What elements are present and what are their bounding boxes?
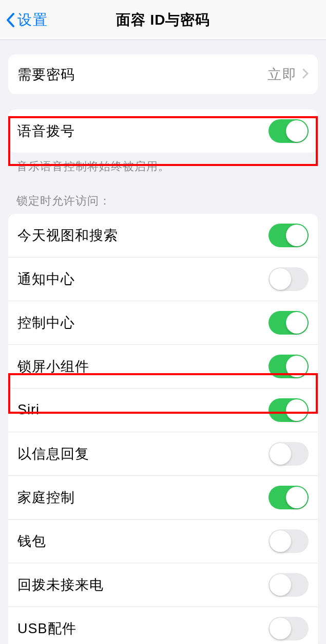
back-label: 设置 — [17, 10, 48, 30]
voice-dial-label: 语音拨号 — [17, 122, 75, 140]
allow-access-cell: 控制中心 — [8, 301, 318, 345]
allow-access-toggle[interactable] — [269, 486, 309, 509]
allow-access-label: 锁屏小组件 — [17, 357, 89, 376]
passcode-group: 需要密码 立即 — [8, 54, 318, 94]
voice-dial-cell: 语音拨号 — [8, 109, 318, 153]
allow-access-label: 钱包 — [17, 532, 46, 550]
allow-access-label: 以信息回复 — [17, 445, 89, 463]
require-passcode-value: 立即 — [267, 65, 297, 84]
voice-dial-footer: 音乐语音控制将始终被启用。 — [16, 159, 310, 175]
allow-access-cell: 通知中心 — [8, 257, 318, 301]
voice-dial-group: 语音拨号 — [8, 109, 318, 153]
voice-dial-toggle[interactable] — [269, 119, 309, 143]
allow-access-cell: 钱包 — [8, 520, 318, 563]
back-button[interactable]: 设置 — [0, 10, 48, 30]
allow-access-group: 今天视图和搜索通知中心控制中心锁屏小组件Siri以信息回复家庭控制钱包回拨未接来… — [8, 214, 318, 644]
chevron-left-icon — [5, 12, 15, 28]
allow-access-cell: 以信息回复 — [8, 432, 318, 476]
allow-access-label: Siri — [17, 402, 40, 418]
allow-access-toggle[interactable] — [269, 224, 309, 247]
allow-access-cell: 锁屏小组件 — [8, 345, 318, 389]
allow-access-toggle[interactable] — [269, 267, 309, 291]
allow-access-label: 今天视图和搜索 — [17, 226, 118, 245]
allow-access-toggle[interactable] — [269, 529, 309, 553]
allow-access-cell: USB配件 — [8, 607, 318, 644]
allow-access-cell: 今天视图和搜索 — [8, 214, 318, 257]
allow-access-label: USB配件 — [17, 619, 76, 638]
allow-access-cell: Siri — [8, 389, 318, 432]
allow-access-label: 回拨未接来电 — [17, 576, 104, 594]
allow-access-toggle[interactable] — [269, 398, 309, 422]
allow-access-cell: 回拨未接来电 — [8, 563, 318, 607]
allow-access-label: 通知中心 — [17, 270, 75, 288]
allow-access-toggle[interactable] — [269, 617, 309, 640]
require-passcode-cell[interactable]: 需要密码 立即 — [8, 54, 318, 94]
page-title: 面容 ID与密码 — [116, 10, 210, 30]
allow-access-toggle[interactable] — [269, 355, 309, 378]
allow-access-toggle[interactable] — [269, 311, 309, 335]
allow-access-toggle[interactable] — [269, 442, 309, 466]
require-passcode-label: 需要密码 — [17, 65, 75, 84]
allow-access-header: 锁定时允许访问： — [16, 193, 310, 209]
allow-access-label: 控制中心 — [17, 314, 75, 332]
allow-access-label: 家庭控制 — [17, 488, 75, 507]
allow-access-toggle[interactable] — [269, 573, 309, 597]
allow-access-cell: 家庭控制 — [8, 476, 318, 520]
navigation-bar: 设置 面容 ID与密码 — [0, 0, 326, 40]
chevron-right-icon — [302, 66, 309, 82]
